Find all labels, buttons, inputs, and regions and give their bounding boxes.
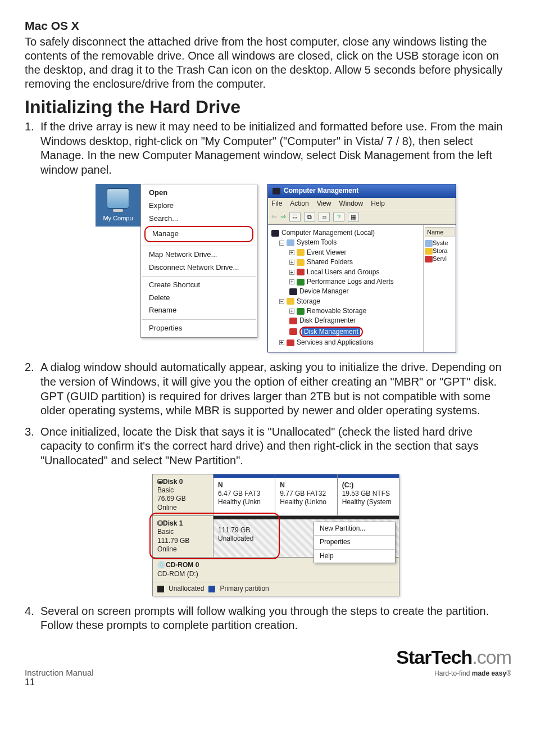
ctx-explore[interactable]: Explore <box>141 200 257 212</box>
partition[interactable]: N 9.77 GB FAT32 Healthy (Unkno <box>275 474 337 515</box>
toolbar-button[interactable]: ⧈ <box>319 212 330 222</box>
disk-1-row: ⛁Disk 1 Basic 111.79 GB Online 111.79 GB… <box>153 516 399 558</box>
ctx-rename[interactable]: Rename <box>141 304 257 317</box>
tree-services[interactable]: +Services and Applications <box>271 338 421 347</box>
column-header-name[interactable]: Name <box>425 227 455 237</box>
disk-0-info[interactable]: ⛁Disk 0 Basic 76.69 GB Online <box>153 474 214 515</box>
menu-window[interactable]: Window <box>339 200 364 208</box>
expand-icon[interactable]: + <box>289 309 294 314</box>
toolbar-button[interactable]: ▦ <box>348 212 359 222</box>
menu-action[interactable]: Action <box>290 200 308 208</box>
list-item[interactable]: Stora <box>425 247 455 255</box>
brand-logo: StarTech.com <box>396 646 511 668</box>
tree-label: Disk Defragmenter <box>299 316 356 325</box>
partition[interactable]: (C:) 19.53 GB NTFS Healthy (System <box>338 474 399 515</box>
part-label: N <box>218 481 270 490</box>
tree-device-manager[interactable]: Device Manager <box>271 287 421 296</box>
ctx-manage[interactable]: Manage <box>152 228 246 241</box>
brand-tagline: Hard-to-find made easy® <box>396 669 511 677</box>
disk-0-status: Online <box>157 504 208 512</box>
tree-root[interactable]: Computer Management (Local) <box>271 228 421 238</box>
defrag-icon <box>289 318 297 324</box>
list-item[interactable]: Syste <box>425 239 455 247</box>
item-label: Servi <box>433 255 447 262</box>
step-4: 4. Several on screen prompts will follow… <box>25 604 511 633</box>
tree-event-viewer[interactable]: +Event Viewer <box>271 248 421 257</box>
toolbar-button[interactable]: ☷ <box>289 212 301 222</box>
toolbar-help-icon[interactable]: ? <box>333 212 344 222</box>
ctx-map-drive[interactable]: Map Network Drive... <box>141 248 257 261</box>
toolbar-forward-icon[interactable]: ⇒ <box>280 212 286 221</box>
expand-icon[interactable]: + <box>289 250 294 255</box>
tree-label: Performance Logs and Alerts <box>307 278 394 286</box>
tree-system-tools[interactable]: −System Tools <box>271 238 421 247</box>
ctx-delete[interactable]: Delete <box>141 292 257 305</box>
part-label: (C:) <box>342 481 394 490</box>
list-pane: Name Syste Stora Servi <box>423 225 456 352</box>
partition[interactable]: N 6.47 GB FAT3 Healthy (Unkn <box>214 474 275 515</box>
figure-row-1: My Compu Open Explore Search... Manage <box>40 184 511 352</box>
part-size: 9.77 GB FAT32 <box>280 490 332 498</box>
window-titlebar[interactable]: Computer Management <box>268 184 456 197</box>
ctx-search[interactable]: Search... <box>141 212 257 225</box>
expand-icon[interactable]: + <box>289 260 294 265</box>
tree-storage[interactable]: −Storage <box>271 297 421 306</box>
tree-pane: Computer Management (Local) −System Tool… <box>268 225 423 352</box>
disk-mgmt-icon <box>289 328 297 335</box>
context-menu: Open Explore Search... Manage Map Networ… <box>140 184 257 337</box>
device-icon <box>289 288 297 295</box>
toolbar-back-icon[interactable]: ⇐ <box>271 212 277 221</box>
legend-swatch-unallocated <box>157 586 164 592</box>
unallocated-partition[interactable]: 111.79 GB Unallocated New Partition... P… <box>214 516 399 557</box>
item-icon <box>425 256 433 262</box>
ctx-new-partition[interactable]: New Partition... <box>314 522 395 535</box>
tree-removable-storage[interactable]: +Removable Storage <box>271 306 421 316</box>
users-icon <box>297 269 305 275</box>
cm-body: Computer Management (Local) −System Tool… <box>268 224 456 352</box>
page-footer: Instruction Manual StarTech.com Hard-to-… <box>25 646 511 677</box>
toolbar-button[interactable]: ⧉ <box>304 212 315 222</box>
folder-icon <box>297 259 305 266</box>
tree-label: Device Manager <box>299 287 348 296</box>
ctx-help[interactable]: Help <box>314 550 395 563</box>
part-size: 19.53 GB NTFS <box>342 490 394 498</box>
collapse-icon[interactable]: − <box>279 241 284 246</box>
tree-local-users[interactable]: +Local Users and Groups <box>271 268 421 277</box>
step-3-text: Once initialized, locate the Disk that s… <box>40 425 479 467</box>
highlight-ring-disk1 <box>149 513 280 559</box>
legend-swatch-primary <box>208 586 215 592</box>
highlight-ring-manage: Manage <box>144 226 253 242</box>
computer-management-window: Computer Management File Action View Win… <box>267 184 456 352</box>
partition-context-menu: New Partition... Properties Help <box>314 522 396 563</box>
list-item[interactable]: Servi <box>425 255 455 262</box>
ctx-properties[interactable]: Properties <box>314 536 395 549</box>
ctx-open[interactable]: Open <box>141 187 257 200</box>
ctx-shortcut[interactable]: Create Shortcut <box>141 279 257 292</box>
tools-icon <box>287 239 294 246</box>
tree-label: Local Users and Groups <box>307 268 379 277</box>
ctx-properties[interactable]: Properties <box>141 322 257 335</box>
step-3: 3. Once initialized, locate the Disk tha… <box>25 425 511 596</box>
expand-icon[interactable]: + <box>289 279 294 284</box>
step-2: 2. A dialog window should automatically … <box>25 360 511 418</box>
tree-disk-management[interactable]: Disk Management <box>271 326 421 338</box>
tree-shared-folders[interactable]: +Shared Folders <box>271 257 421 267</box>
menu-help[interactable]: Help <box>371 200 385 208</box>
my-computer-desktop-icon[interactable]: My Compu <box>96 184 140 227</box>
menu-file[interactable]: File <box>271 200 282 208</box>
step-1-number: 1. <box>25 120 34 134</box>
collapse-icon[interactable]: − <box>279 299 284 304</box>
steps-list: 1. If the drive array is new it may need… <box>25 120 511 633</box>
menu-view[interactable]: View <box>317 200 331 208</box>
disk-icon: ⛁ <box>157 478 163 486</box>
expand-icon[interactable]: + <box>289 270 294 275</box>
menubar: File Action View Window Help <box>268 198 456 210</box>
tree-disk-defrag[interactable]: Disk Defragmenter <box>271 316 421 325</box>
ctx-disconnect-drive[interactable]: Disconnect Network Drive... <box>141 261 257 274</box>
step-4-number: 4. <box>25 604 34 619</box>
disk-0-type: Basic <box>157 486 208 495</box>
disk-management-screenshot: ⛁Disk 0 Basic 76.69 GB Online N 6.47 GB … <box>152 474 399 596</box>
tree-perf-logs[interactable]: +Performance Logs and Alerts <box>271 277 421 287</box>
disk-0-name: Disk 0 <box>163 478 183 486</box>
expand-icon[interactable]: + <box>279 340 284 345</box>
